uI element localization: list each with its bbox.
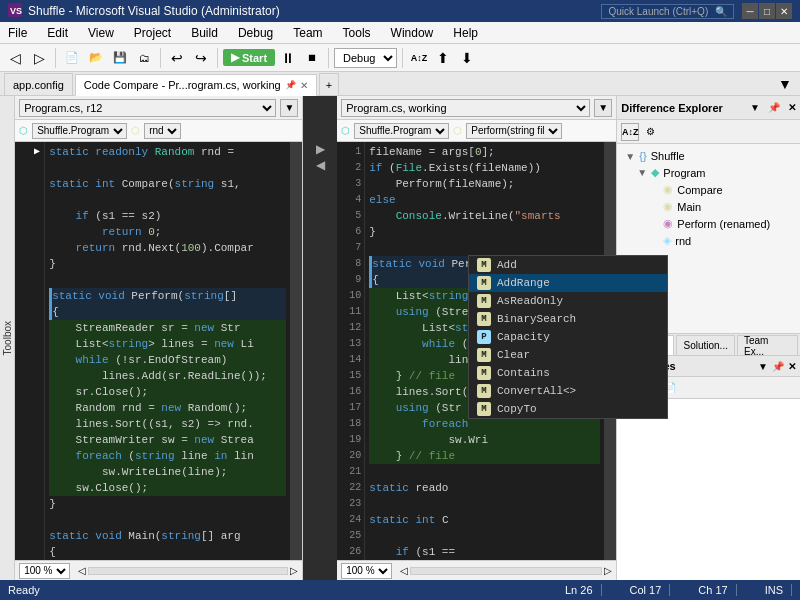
stop-btn[interactable]: ⏹ xyxy=(301,47,323,69)
diff-filter-btn[interactable]: ⚙ xyxy=(641,123,659,141)
code-line-added: lines.Add(sr.ReadLine()); xyxy=(49,368,286,384)
right-scroll-bar[interactable] xyxy=(410,567,602,575)
code-line-added: while (!sr.EndOfStream) xyxy=(49,352,286,368)
left-class-select[interactable]: Shuffle.Program xyxy=(32,123,127,139)
forward-button[interactable]: ▷ xyxy=(28,47,50,69)
az-sort-btn[interactable]: A↕Z xyxy=(408,47,430,69)
code-line: } xyxy=(49,496,286,512)
code-line: Console.WriteLine("smarts xyxy=(369,208,600,224)
diff-panel-close[interactable]: ✕ xyxy=(788,102,796,113)
ac-item-add[interactable]: M Add xyxy=(469,256,667,274)
ac-method-icon: M xyxy=(477,384,491,398)
ac-item-clear[interactable]: M Clear xyxy=(469,346,667,364)
ac-method-icon: M xyxy=(477,402,491,416)
right-scroll-right[interactable]: ▷ xyxy=(604,565,612,576)
ac-item-convertall[interactable]: M ConvertAll<> xyxy=(469,382,667,400)
diff-nav-next[interactable]: ⬇ xyxy=(456,47,478,69)
restore-button[interactable]: □ xyxy=(759,3,775,19)
left-scroll-left[interactable]: ◁ xyxy=(78,565,86,576)
back-button[interactable]: ◁ xyxy=(4,47,26,69)
properties-pin[interactable]: 📌 xyxy=(772,361,784,372)
left-header-btn[interactable]: ▼ xyxy=(280,99,298,117)
autocomplete-dropdown[interactable]: M Add M AddRange M AsReadOnly M BinarySe… xyxy=(468,255,668,419)
tab-dropdown[interactable]: ▼ xyxy=(774,73,796,95)
minimize-button[interactable]: ─ xyxy=(742,3,758,19)
tab-team-ex[interactable]: Team Ex... xyxy=(737,335,798,355)
code-line: if (File.Exists(fileName)) xyxy=(369,160,600,176)
copy-left-btn[interactable]: ◀ xyxy=(316,158,325,172)
ac-item-asreadonly[interactable]: M AsReadOnly xyxy=(469,292,667,310)
properties-close[interactable]: ✕ xyxy=(788,361,796,372)
left-zoom-select[interactable]: 100 % xyxy=(19,563,70,579)
properties-dropdown[interactable]: ▼ xyxy=(758,361,768,372)
save-btn[interactable]: 💾 xyxy=(109,47,131,69)
quick-launch[interactable]: Quick Launch (Ctrl+Q) 🔍 xyxy=(601,4,734,19)
tree-label: Program xyxy=(663,167,705,179)
right-class-select[interactable]: Shuffle.Program xyxy=(354,123,449,139)
close-button[interactable]: ✕ xyxy=(776,3,792,19)
left-code-content[interactable]: static readonly Random rnd = static int … xyxy=(45,142,290,560)
redo-btn[interactable]: ↪ xyxy=(190,47,212,69)
ac-label: Add xyxy=(497,259,517,271)
tab-pin-icon[interactable]: 📌 xyxy=(285,80,296,90)
undo-btn[interactable]: ↩ xyxy=(166,47,188,69)
ac-item-addrange[interactable]: M AddRange xyxy=(469,274,667,292)
ac-method-icon: M xyxy=(477,258,491,272)
ac-item-capacity[interactable]: P Capacity xyxy=(469,328,667,346)
tab-add[interactable]: + xyxy=(319,73,339,95)
menu-help[interactable]: Help xyxy=(449,25,482,41)
right-class-icon: ⬡ xyxy=(341,125,350,136)
menu-view[interactable]: View xyxy=(84,25,118,41)
ac-item-binarysearch[interactable]: M BinarySearch xyxy=(469,310,667,328)
diff-gutter: ▶ ◀ xyxy=(303,96,337,580)
right-file-select[interactable]: Program.cs, working xyxy=(341,99,590,117)
left-method-select[interactable]: rnd xyxy=(144,123,181,139)
right-scroll-left[interactable]: ◁ xyxy=(400,565,408,576)
ac-item-copyto[interactable]: M CopyTo xyxy=(469,400,667,418)
menu-debug[interactable]: Debug xyxy=(234,25,277,41)
new-project-btn[interactable]: 📄 xyxy=(61,47,83,69)
left-editor-footer: 100 % ◁ ▷ xyxy=(15,560,302,580)
tree-item-compare[interactable]: ◉ Compare xyxy=(645,181,796,198)
tab-code-compare[interactable]: Code Compare - Pr...rogram.cs, working 📌… xyxy=(75,74,317,96)
copy-right-btn[interactable]: ▶ xyxy=(316,142,325,156)
tree-item-shuffle[interactable]: ▼ {} Shuffle xyxy=(621,148,796,164)
menu-edit[interactable]: Edit xyxy=(43,25,72,41)
open-btn[interactable]: 📂 xyxy=(85,47,107,69)
diff-sort-btn[interactable]: A↕Z xyxy=(621,123,639,141)
right-method-select[interactable]: Perform(string fil xyxy=(466,123,562,139)
right-editor-header: Program.cs, working ▼ xyxy=(337,96,616,120)
debug-combo[interactable]: Debug xyxy=(334,48,397,68)
menu-team[interactable]: Team xyxy=(289,25,326,41)
start-button[interactable]: ▶ Start xyxy=(223,49,275,66)
left-scroll-right[interactable]: ▷ xyxy=(290,565,298,576)
menu-project[interactable]: Project xyxy=(130,25,175,41)
left-file-select[interactable]: Program.cs, r12 xyxy=(19,99,276,117)
tab-solution[interactable]: Solution... xyxy=(676,335,734,355)
right-header-btn[interactable]: ▼ xyxy=(594,99,612,117)
menu-build[interactable]: Build xyxy=(187,25,222,41)
tree-item-rnd[interactable]: ◈ rnd xyxy=(645,232,796,249)
diff-panel-dropdown[interactable]: ▼ xyxy=(750,102,760,113)
pause-btn[interactable]: ⏸ xyxy=(277,47,299,69)
left-scroll-bar[interactable] xyxy=(88,567,288,575)
left-editor-body[interactable]: ▶ static readonl xyxy=(15,142,302,560)
menu-file[interactable]: File xyxy=(4,25,31,41)
ac-item-contains[interactable]: M Contains xyxy=(469,364,667,382)
tree-item-program[interactable]: ▼ ◆ Program xyxy=(633,164,796,181)
ac-method-icon: M xyxy=(477,312,491,326)
menu-tools[interactable]: Tools xyxy=(339,25,375,41)
tab-app-config[interactable]: app.config xyxy=(4,73,73,95)
left-scrollbar[interactable] xyxy=(290,142,302,560)
diff-nav-prev[interactable]: ⬆ xyxy=(432,47,454,69)
save-all-btn[interactable]: 🗂 xyxy=(133,47,155,69)
menu-window[interactable]: Window xyxy=(387,25,438,41)
diff-panel-pin[interactable]: 📌 xyxy=(768,102,780,113)
tree-item-main[interactable]: ◉ Main xyxy=(645,198,796,215)
tree-item-perform[interactable]: ◉ Perform (renamed) xyxy=(645,215,796,232)
tab-close-icon[interactable]: ✕ xyxy=(300,80,308,91)
status-mode: INS xyxy=(757,584,792,596)
right-zoom-select[interactable]: 100 % xyxy=(341,563,392,579)
main-content: Toolbox Program.cs, r12 ▼ ⬡ Shuffle.Prog… xyxy=(0,96,800,580)
code-line: else xyxy=(369,192,600,208)
